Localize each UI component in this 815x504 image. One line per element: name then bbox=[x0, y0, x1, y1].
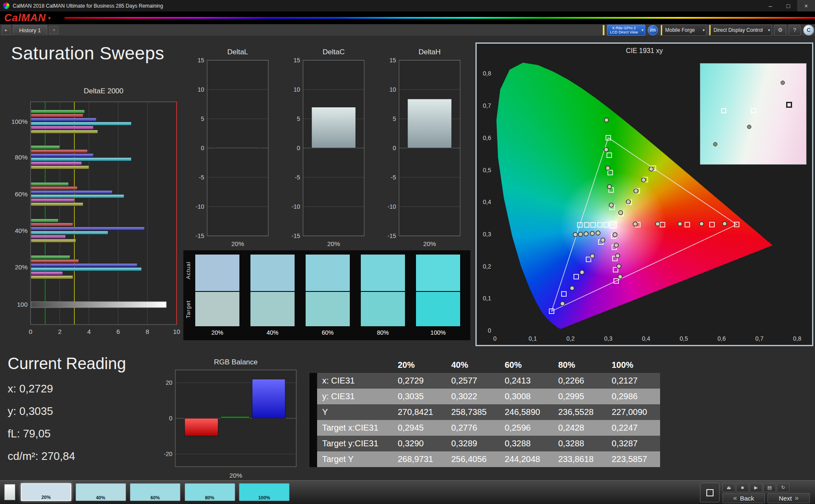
transport-button[interactable]: ⏏ bbox=[722, 483, 735, 492]
table-cell: 223,5857 bbox=[607, 451, 660, 467]
close-button[interactable]: × bbox=[797, 0, 815, 11]
measurement-marker bbox=[633, 222, 637, 226]
table-row-label: Target y:CIE31 bbox=[317, 436, 393, 451]
pattern-thumbnail-100%[interactable]: 100% bbox=[239, 483, 289, 501]
pattern-thumbnail-40%[interactable]: 40% bbox=[76, 483, 126, 501]
pattern-thumbnail-80%[interactable]: 80% bbox=[185, 483, 235, 501]
svg-text:0: 0 bbox=[29, 328, 32, 335]
table-cell: 0,3008 bbox=[500, 389, 553, 404]
deltae-2000-chart: DeltaE 20000246810100%80%60%40%20%100 bbox=[10, 85, 180, 344]
svg-text:6: 6 bbox=[116, 328, 120, 335]
table-cell: 0,2428 bbox=[553, 420, 607, 436]
title-bar: CalMAN 2018 CalMAN Ultimate for Business… bbox=[0, 0, 815, 11]
deltae-bar bbox=[31, 219, 58, 222]
svg-text:40%: 40% bbox=[15, 227, 28, 234]
svg-text:0,1: 0,1 bbox=[483, 295, 492, 302]
table-cell: 258,7385 bbox=[446, 404, 500, 420]
tab-scroll-button[interactable]: ▸ bbox=[2, 25, 11, 35]
deltae-bar bbox=[31, 255, 70, 259]
svg-text:80%: 80% bbox=[15, 154, 28, 161]
svg-text:DeltaL: DeltaL bbox=[227, 48, 248, 56]
transport-button[interactable]: ▤ bbox=[763, 483, 776, 492]
comparator-column: 20% bbox=[195, 255, 239, 336]
minimize-button[interactable]: – bbox=[762, 0, 779, 11]
table-column-header: 40% bbox=[446, 360, 500, 370]
chevron-down-icon: ▾ bbox=[640, 28, 645, 32]
transport-button[interactable]: ▶ bbox=[750, 483, 762, 492]
measurement-marker bbox=[607, 185, 612, 189]
measurement-marker bbox=[713, 142, 717, 146]
measurement-marker bbox=[590, 254, 595, 258]
meter-select-button[interactable]: X-Rite i1Pro 2 LCD Direct View ▾ bbox=[607, 25, 645, 36]
svg-text:5: 5 bbox=[393, 115, 396, 122]
table-cell: 0,3289 bbox=[446, 436, 500, 451]
svg-text:DeltaH: DeltaH bbox=[419, 48, 441, 56]
transport-controls: ⏏■▶▤↻ bbox=[722, 483, 790, 492]
table-cell: 0,2729 bbox=[393, 373, 446, 389]
deltae-bar bbox=[31, 114, 83, 118]
target-marker bbox=[685, 222, 690, 227]
svg-text:-5: -5 bbox=[199, 174, 205, 181]
measurement-marker bbox=[700, 222, 704, 226]
measurement-marker bbox=[626, 200, 630, 204]
color-comparator: Actual Target 20%40%60%80%100% bbox=[183, 250, 470, 340]
target-swatch bbox=[250, 292, 295, 326]
stop-measure-button[interactable] bbox=[700, 483, 719, 502]
table-row: Target x:CIE310,29450,27760,25960,24280,… bbox=[309, 420, 660, 436]
logo-menu-caret-icon[interactable]: ▾ bbox=[48, 15, 51, 21]
corner-logo-icon: C bbox=[803, 25, 814, 36]
svg-text:60%: 60% bbox=[15, 190, 28, 198]
measurement-marker bbox=[596, 231, 600, 235]
measurement-marker bbox=[584, 232, 588, 236]
help-button[interactable]: ? bbox=[789, 25, 801, 36]
cie-zoom-inset bbox=[700, 63, 807, 165]
svg-text:0,1: 0,1 bbox=[528, 335, 537, 342]
transport-button[interactable]: ■ bbox=[736, 483, 749, 492]
svg-text:-15: -15 bbox=[292, 232, 300, 239]
back-button[interactable]: « Back bbox=[722, 493, 765, 503]
pattern-thumbnail-60%[interactable]: 60% bbox=[130, 483, 180, 501]
deltal-chart: DeltaL151050-5-10-1520% bbox=[191, 48, 272, 250]
swatch-column-label: 20% bbox=[195, 329, 239, 336]
svg-text:0,7: 0,7 bbox=[755, 335, 764, 342]
settings-button[interactable]: ⚙ bbox=[774, 25, 786, 36]
svg-text:5: 5 bbox=[201, 115, 204, 122]
svg-text:0,6: 0,6 bbox=[717, 335, 726, 342]
table-cell: 0,2413 bbox=[500, 373, 553, 389]
toolbar-right-cluster: X-Rite i1Pro 2 LCD Direct View ▾ 205 Mob… bbox=[603, 24, 814, 36]
target-marker bbox=[608, 170, 613, 175]
actual-swatch bbox=[250, 255, 295, 291]
deltae-bar bbox=[31, 203, 83, 206]
svg-text:DeltaC: DeltaC bbox=[323, 48, 345, 56]
target-marker bbox=[607, 153, 612, 157]
tab-history-1[interactable]: History 1 bbox=[13, 25, 47, 35]
maximize-button[interactable]: □ bbox=[779, 0, 797, 11]
display-control-button[interactable]: Direct Display Control ▾ bbox=[709, 25, 772, 36]
measurement-marker bbox=[606, 166, 610, 170]
add-tab-button[interactable]: + bbox=[49, 26, 59, 34]
table-row-label: y: CIE31 bbox=[317, 389, 393, 404]
measurement-marker bbox=[614, 243, 618, 247]
table-cell: 0,2995 bbox=[553, 389, 607, 404]
svg-text:20%: 20% bbox=[423, 240, 436, 247]
saturation-data-table: 20%40%60%80%100%x: CIE310,27290,25770,24… bbox=[309, 357, 660, 467]
svg-text:-10: -10 bbox=[196, 203, 204, 210]
deltae-bar bbox=[31, 272, 63, 275]
svg-text:20: 20 bbox=[166, 379, 172, 386]
deltae-bar bbox=[31, 239, 76, 243]
source-select-button[interactable]: Mobile Forge ▾ bbox=[660, 25, 706, 36]
table-cell: 0,3288 bbox=[500, 436, 553, 451]
next-button[interactable]: Next » bbox=[767, 493, 810, 503]
main-content: Saturation Sweeps DeltaE 20000246810100%… bbox=[0, 36, 815, 481]
rainbow-strip bbox=[65, 17, 815, 19]
thumbnail-label: 60% bbox=[130, 495, 180, 500]
pattern-thumbnail-20%[interactable]: 20% bbox=[21, 483, 71, 501]
logo-bar: CalMAN ▾ bbox=[0, 11, 815, 24]
calman-logo[interactable]: CalMAN bbox=[4, 12, 46, 24]
transport-button[interactable]: ↻ bbox=[777, 483, 790, 492]
chevron-down-icon: ▾ bbox=[701, 28, 706, 32]
target-marker bbox=[591, 223, 596, 227]
svg-text:0,3: 0,3 bbox=[604, 335, 613, 342]
source-name: Mobile Forge bbox=[665, 27, 701, 33]
measurement-marker bbox=[618, 210, 623, 215]
